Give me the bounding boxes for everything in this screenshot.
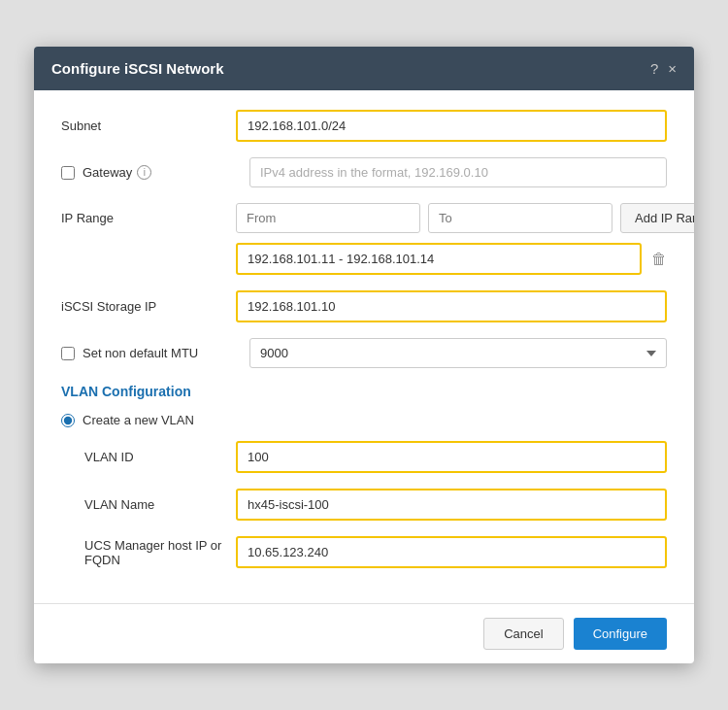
iscsi-storage-ip-control — [236, 290, 667, 322]
ucs-manager-control — [236, 536, 667, 568]
vlan-id-control — [236, 441, 667, 473]
gateway-info-icon[interactable]: i — [137, 165, 151, 180]
iscsi-storage-ip-label: iSCSI Storage IP — [61, 299, 236, 314]
vlan-name-control — [236, 489, 667, 521]
vlan-section: VLAN Configuration Create a new VLAN VLA… — [61, 384, 667, 568]
ucs-manager-input[interactable] — [236, 536, 667, 568]
vlan-id-input[interactable] — [236, 441, 667, 473]
configure-button[interactable]: Configure — [574, 618, 667, 650]
subnet-input[interactable] — [236, 110, 667, 142]
vlan-name-row: VLAN Name — [61, 489, 667, 521]
ip-range-from-input[interactable] — [236, 203, 420, 233]
subnet-control — [236, 110, 667, 142]
dialog-body: Subnet Gateway i IP Range Add IP Range — [34, 90, 694, 603]
subnet-label: Subnet — [61, 118, 236, 133]
ip-range-row: IP Range Add IP Range — [61, 203, 667, 233]
gateway-checkbox[interactable] — [61, 166, 75, 180]
mtu-checkbox[interactable] — [61, 347, 75, 360]
ip-range-entry-input[interactable] — [236, 243, 642, 275]
ucs-manager-row: UCS Manager host IP or FQDN — [61, 536, 667, 568]
dialog-header: Configure iSCSI Network ? × — [34, 47, 694, 90]
subnet-row: Subnet — [61, 110, 667, 142]
vlan-section-title: VLAN Configuration — [61, 384, 667, 399]
gateway-row: Gateway i — [61, 157, 667, 187]
help-icon[interactable]: ? — [650, 61, 658, 76]
vlan-id-label: VLAN ID — [61, 450, 236, 464]
ip-range-label: IP Range — [61, 211, 236, 225]
configure-iscsi-dialog: Configure iSCSI Network ? × Subnet Gatew… — [34, 47, 694, 663]
delete-ip-range-icon[interactable]: 🗑 — [651, 251, 667, 268]
create-new-vlan-row: Create a new VLAN — [61, 413, 667, 427]
iscsi-storage-ip-row: iSCSI Storage IP — [61, 290, 667, 322]
vlan-id-row: VLAN ID — [61, 441, 667, 473]
ip-range-inputs — [236, 203, 612, 233]
create-new-vlan-label: Create a new VLAN — [83, 413, 194, 427]
ip-range-to-input[interactable] — [428, 203, 612, 233]
mtu-label: Set non default MTU — [83, 346, 249, 360]
vlan-name-label: VLAN Name — [61, 497, 236, 512]
close-icon[interactable]: × — [668, 61, 677, 76]
vlan-name-input[interactable] — [236, 489, 667, 521]
add-ip-range-button[interactable]: Add IP Range — [620, 203, 694, 233]
mtu-row: Set non default MTU 9000 — [61, 338, 667, 368]
dialog-title: Configure iSCSI Network — [51, 60, 224, 77]
header-icons: ? × — [650, 61, 677, 76]
gateway-input[interactable] — [249, 157, 667, 187]
ucs-manager-label: UCS Manager host IP or FQDN — [61, 538, 236, 567]
iscsi-storage-ip-input[interactable] — [236, 290, 667, 322]
gateway-label: Gateway i — [83, 165, 249, 180]
cancel-button[interactable]: Cancel — [483, 618, 563, 650]
dialog-footer: Cancel Configure — [34, 603, 694, 663]
create-new-vlan-radio[interactable] — [61, 414, 75, 427]
mtu-select[interactable]: 9000 — [249, 338, 667, 368]
ip-range-entry-row: 🗑 — [236, 243, 667, 275]
